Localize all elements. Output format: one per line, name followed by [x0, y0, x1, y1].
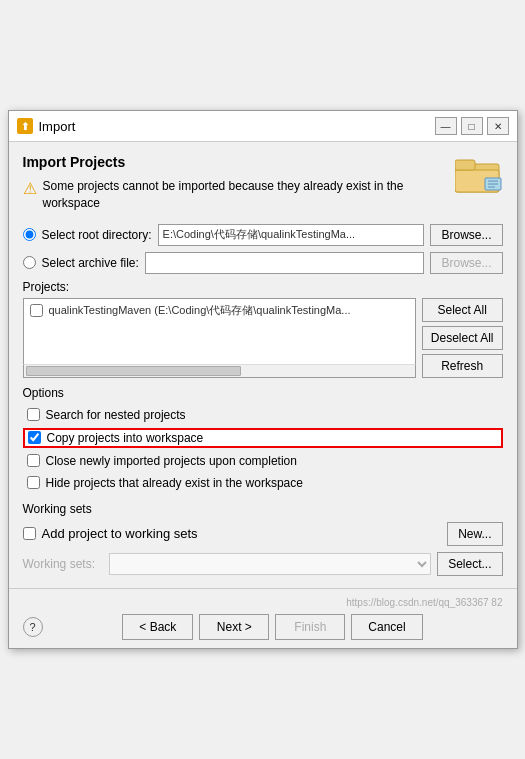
project-checkbox[interactable]	[30, 304, 43, 317]
root-directory-label: Select root directory:	[42, 228, 152, 242]
project-item-text: qualinkTestingMaven (E:\Coding\代码存储\qual…	[49, 303, 351, 318]
archive-file-radio[interactable]	[23, 256, 36, 269]
working-sets-field-label: Working sets:	[23, 557, 103, 571]
dialog-header: Import Projects ⚠ Some projects cannot b…	[23, 154, 503, 224]
close-imported-row: Close newly imported projects upon compl…	[23, 452, 503, 470]
archive-file-row: Select archive file: Browse...	[23, 252, 503, 274]
projects-list-wrapper: qualinkTestingMaven (E:\Coding\代码存储\qual…	[23, 298, 416, 378]
h-scroll-thumb	[26, 366, 241, 376]
hide-existing-label: Hide projects that already exist in the …	[46, 476, 303, 490]
working-sets-section: Working sets Add project to working sets…	[23, 502, 503, 576]
dialog-content: Import Projects ⚠ Some projects cannot b…	[9, 142, 517, 588]
projects-label: Projects:	[23, 280, 503, 294]
projects-section: qualinkTestingMaven (E:\Coding\代码存储\qual…	[23, 298, 503, 378]
search-nested-label: Search for nested projects	[46, 408, 186, 422]
close-imported-checkbox[interactable]	[27, 454, 40, 467]
finish-button[interactable]: Finish	[275, 614, 345, 640]
projects-horizontal-scrollbar[interactable]	[23, 364, 416, 378]
window-icon: ⬆	[17, 118, 33, 134]
close-imported-label: Close newly imported projects upon compl…	[46, 454, 297, 468]
root-directory-radio[interactable]	[23, 228, 36, 241]
copy-projects-label: Copy projects into workspace	[47, 431, 204, 445]
copy-projects-row: Copy projects into workspace	[23, 428, 503, 448]
footer-url: https://blog.csdn.net/qq_363367 82	[23, 597, 503, 608]
deselect-all-button[interactable]: Deselect All	[422, 326, 503, 350]
projects-list[interactable]: qualinkTestingMaven (E:\Coding\代码存储\qual…	[23, 298, 416, 364]
close-button[interactable]: ✕	[487, 117, 509, 135]
add-to-working-sets-checkbox[interactable]	[23, 527, 36, 540]
back-button[interactable]: < Back	[122, 614, 193, 640]
working-sets-select-row: Working sets: Select...	[23, 552, 503, 576]
window-title: Import	[39, 119, 429, 134]
list-item[interactable]: qualinkTestingMaven (E:\Coding\代码存储\qual…	[24, 299, 415, 322]
working-sets-combo[interactable]	[109, 553, 432, 575]
help-button[interactable]: ?	[23, 617, 43, 637]
working-sets-label: Working sets	[23, 502, 503, 516]
warning-box: ⚠ Some projects cannot be imported becau…	[23, 178, 447, 212]
next-button[interactable]: Next >	[199, 614, 269, 640]
page-title: Import Projects	[23, 154, 447, 170]
window-controls: — □ ✕	[435, 117, 509, 135]
hide-existing-checkbox[interactable]	[27, 476, 40, 489]
select-working-set-button[interactable]: Select...	[437, 552, 502, 576]
archive-file-input[interactable]	[145, 252, 425, 274]
archive-file-label: Select archive file:	[42, 256, 139, 270]
svg-rect-2	[455, 160, 475, 170]
working-sets-add-row: Add project to working sets New...	[23, 522, 503, 546]
new-working-set-button[interactable]: New...	[447, 522, 502, 546]
projects-buttons: Select All Deselect All Refresh	[422, 298, 503, 378]
footer-action-buttons: < Back Next > Finish Cancel	[43, 614, 503, 640]
minimize-button[interactable]: —	[435, 117, 457, 135]
select-all-button[interactable]: Select All	[422, 298, 503, 322]
maximize-button[interactable]: □	[461, 117, 483, 135]
warning-icon: ⚠	[23, 179, 37, 198]
search-nested-row: Search for nested projects	[23, 406, 503, 424]
archive-browse-button[interactable]: Browse...	[430, 252, 502, 274]
folder-icon	[455, 154, 503, 197]
dialog-footer: https://blog.csdn.net/qq_363367 82 ? < B…	[9, 588, 517, 648]
root-directory-input[interactable]	[158, 224, 425, 246]
options-label: Options	[23, 386, 503, 400]
hide-existing-row: Hide projects that already exist in the …	[23, 474, 503, 492]
import-dialog: ⬆ Import — □ ✕ Import Projects ⚠ Some pr…	[8, 110, 518, 649]
refresh-button[interactable]: Refresh	[422, 354, 503, 378]
help-area: ?	[23, 617, 43, 637]
warning-text: Some projects cannot be imported because…	[43, 178, 447, 212]
footer-buttons-row: ? < Back Next > Finish Cancel	[23, 614, 503, 640]
copy-projects-checkbox[interactable]	[28, 431, 41, 444]
add-to-working-sets-label: Add project to working sets	[42, 526, 198, 541]
search-nested-checkbox[interactable]	[27, 408, 40, 421]
root-browse-button[interactable]: Browse...	[430, 224, 502, 246]
root-directory-row: Select root directory: Browse...	[23, 224, 503, 246]
cancel-button[interactable]: Cancel	[351, 614, 422, 640]
title-bar: ⬆ Import — □ ✕	[9, 111, 517, 142]
